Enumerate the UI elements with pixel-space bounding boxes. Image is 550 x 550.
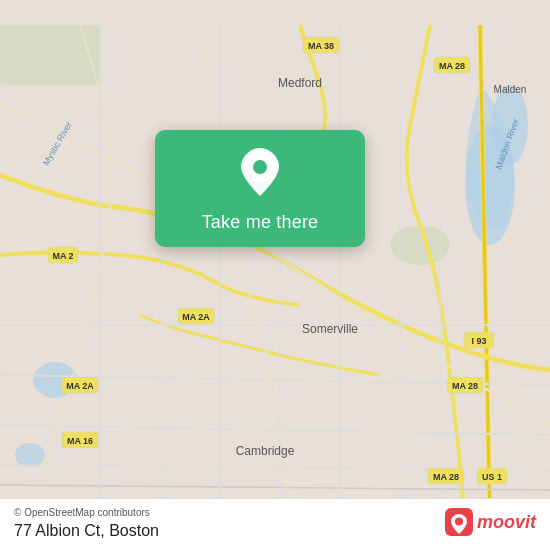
svg-text:Cambridge: Cambridge — [236, 444, 295, 458]
svg-text:MA 28: MA 28 — [452, 381, 478, 391]
svg-text:US 1: US 1 — [482, 472, 502, 482]
svg-point-49 — [253, 160, 267, 174]
svg-line-11 — [0, 465, 550, 470]
svg-text:MA 2: MA 2 — [52, 251, 73, 261]
moovit-brand-text: moovit — [477, 512, 536, 533]
bottom-bar: © OpenStreetMap contributors 77 Albion C… — [0, 498, 550, 550]
svg-text:MA 38: MA 38 — [308, 41, 334, 51]
svg-text:MA 16: MA 16 — [67, 436, 93, 446]
svg-line-12 — [0, 485, 550, 490]
map-roads: MA 38 MA 28 MA 2 MA 2A MA 2A MA 16 I 93 … — [0, 0, 550, 550]
svg-text:Somerville: Somerville — [302, 322, 358, 336]
svg-point-3 — [15, 443, 45, 467]
svg-text:MA 28: MA 28 — [439, 61, 465, 71]
svg-point-5 — [390, 225, 450, 265]
svg-text:MA 28: MA 28 — [433, 472, 459, 482]
svg-point-52 — [455, 518, 463, 526]
svg-text:Malden: Malden — [494, 84, 527, 95]
svg-text:Medford: Medford — [278, 76, 322, 90]
moovit-logo: moovit — [445, 508, 536, 536]
svg-text:I 93: I 93 — [471, 336, 486, 346]
svg-text:MA 2A: MA 2A — [66, 381, 94, 391]
take-me-there-button[interactable]: Take me there — [202, 212, 319, 233]
location-pin-icon — [241, 148, 279, 200]
svg-rect-4 — [0, 25, 100, 85]
moovit-icon — [445, 508, 473, 536]
svg-text:MA 2A: MA 2A — [182, 312, 210, 322]
svg-text:Mystic River: Mystic River — [41, 120, 74, 167]
map-container: MA 38 MA 28 MA 2 MA 2A MA 2A MA 16 I 93 … — [0, 0, 550, 550]
cta-card[interactable]: Take me there — [155, 130, 365, 247]
